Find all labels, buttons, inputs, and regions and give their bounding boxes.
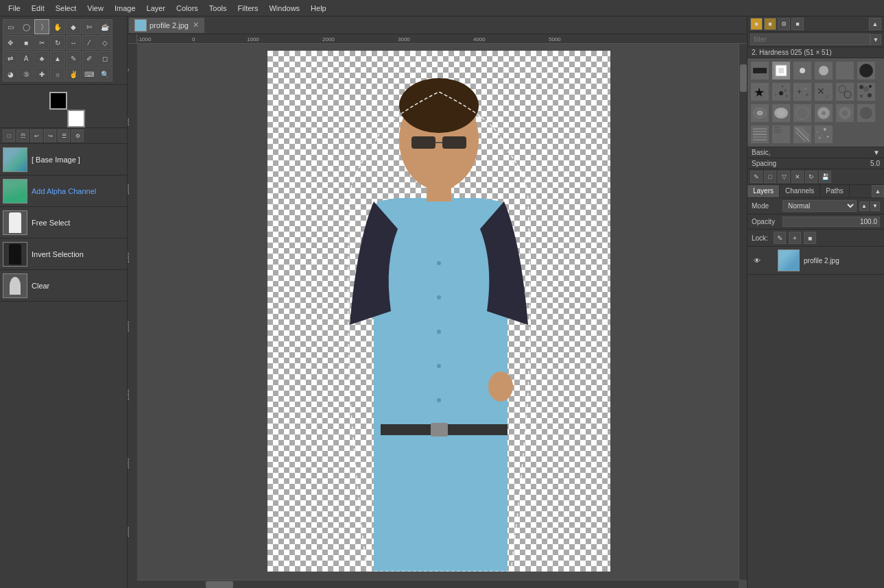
tool-dodge-burn[interactable]: ☼ <box>50 66 65 82</box>
mode-select[interactable]: Normal Multiply Screen Overlay <box>783 200 857 212</box>
brush-preset-texture1[interactable] <box>750 125 769 144</box>
toolbox-layer-5[interactable]: Clear <box>0 270 127 302</box>
tool-eraser[interactable]: ◻ <box>97 51 112 66</box>
tool-heal[interactable]: ✚ <box>34 66 49 82</box>
brush-preset-star[interactable]: ★ <box>750 82 769 101</box>
brush-filter-arrow[interactable]: ▼ <box>870 34 881 45</box>
pattern-btn[interactable]: ☶ <box>16 130 29 142</box>
brush-icon-3[interactable]: ⚙ <box>778 18 790 30</box>
brush-preset-2[interactable] <box>772 61 791 80</box>
tool-shear[interactable]: ∕ <box>82 35 97 50</box>
tool-bucket-fill[interactable]: ♣ <box>34 51 49 66</box>
tool-measure[interactable]: ⌨ <box>82 66 97 82</box>
menu-edit[interactable]: Edit <box>26 3 50 14</box>
config-btn[interactable]: ⚙ <box>71 130 84 142</box>
brush-preset-1[interactable] <box>750 61 769 80</box>
tool-fuzzy-select[interactable]: ✋ <box>50 19 65 34</box>
brush-preset-blob6[interactable] <box>857 103 876 123</box>
canvas-viewport[interactable] <box>137 44 747 588</box>
layers-panel-collapse[interactable]: ▲ <box>872 185 884 197</box>
tool-smudge[interactable]: ✌ <box>66 66 81 82</box>
toolbox-layer-1[interactable]: [ Base Image ] <box>0 144 127 175</box>
tool-scale[interactable]: ↔ <box>66 35 81 50</box>
tool-blend[interactable]: ▲ <box>50 51 65 66</box>
layer-visibility-btn[interactable]: 👁 <box>752 255 763 266</box>
brush-preset-blob1[interactable] <box>750 103 769 123</box>
brush-del-btn[interactable]: ✕ <box>791 171 804 183</box>
new-image-btn[interactable]: □ <box>3 130 15 142</box>
tool-move[interactable]: ✥ <box>3 35 18 50</box>
brush-edit-btn[interactable]: ✎ <box>750 171 763 183</box>
brush-preset-4[interactable] <box>814 61 833 80</box>
tool-foreground-select[interactable]: ☕ <box>97 19 112 34</box>
brush-new-btn[interactable]: □ <box>764 171 776 183</box>
brush-preset-blob5[interactable] <box>835 103 855 123</box>
brush-preset-dot[interactable] <box>772 82 791 101</box>
menu-select[interactable]: Select <box>50 3 82 14</box>
tool-brush[interactable]: ✐ <box>82 51 97 66</box>
brush-icon-4[interactable]: ■ <box>791 18 804 30</box>
tool-select-by-color[interactable]: ◆ <box>66 19 81 34</box>
redo-btn[interactable]: ↪ <box>44 130 56 142</box>
tool-zoom[interactable]: 🔍 <box>97 66 112 82</box>
brush-save-btn[interactable]: 💾 <box>819 171 831 183</box>
bg-color[interactable] <box>67 110 85 127</box>
brush-preset-texture3[interactable] <box>793 125 812 144</box>
tool-flip[interactable]: ⇄ <box>3 51 18 66</box>
brush-preset-5[interactable] <box>835 61 855 80</box>
undo-btn[interactable]: ↩ <box>30 130 43 142</box>
tool-ellipse-select[interactable]: ◯ <box>19 19 34 34</box>
toolbox-layer-3[interactable]: Free Select <box>0 207 127 238</box>
menu-tools[interactable]: Tools <box>204 3 232 14</box>
tool-scissors[interactable]: ✄ <box>82 19 97 34</box>
tool-airbrush[interactable]: ◕ <box>3 66 18 82</box>
brush-preset-texture2[interactable]: ≡ <box>772 125 791 144</box>
mode-prev-btn[interactable]: ▲ <box>859 201 869 211</box>
tool-crop[interactable]: ✂ <box>34 35 49 50</box>
menu-windows[interactable]: Windows <box>263 3 305 14</box>
panel-collapse-btn[interactable]: ▲ <box>869 18 881 30</box>
brush-preset-circle2[interactable] <box>835 82 855 101</box>
tab-close-btn[interactable]: ✕ <box>193 21 199 29</box>
brush-dup-btn[interactable]: ▽ <box>778 171 790 183</box>
layer-panel-item-1[interactable]: 👁 profile 2.jpg <box>748 247 884 275</box>
menu-file[interactable]: File <box>3 3 26 14</box>
tool-perspective[interactable]: ◇ <box>97 35 112 50</box>
lock-position-btn[interactable]: + <box>789 232 801 244</box>
color-swap[interactable] <box>47 89 81 123</box>
image-tab[interactable]: profile 2.jpg ✕ <box>129 18 204 33</box>
toolbox-layer-4[interactable]: Invert Selection <box>0 238 127 270</box>
tool-free-select[interactable]: 〉 <box>34 19 49 34</box>
tool-rect-select[interactable]: ▭ <box>3 19 18 34</box>
tool-text[interactable]: A <box>19 51 34 66</box>
tab-channels[interactable]: Channels <box>780 185 820 197</box>
brush-preset-3[interactable] <box>793 61 812 80</box>
brush-preset-blob2[interactable] <box>772 103 791 123</box>
brush-preset-blob3[interactable] <box>793 103 812 123</box>
scrollbar-h-thumb[interactable] <box>206 581 233 588</box>
brush-preset-dots2[interactable] <box>857 82 876 101</box>
menu-layer[interactable]: Layer <box>141 3 171 14</box>
tool-clone[interactable]: ⑤ <box>19 66 34 82</box>
tool-pencil[interactable]: ✎ <box>66 51 81 66</box>
scrollbar-v[interactable] <box>739 44 747 580</box>
brush-icon-2[interactable]: ■ <box>764 18 776 30</box>
brush-refresh-btn[interactable]: ↻ <box>805 171 817 183</box>
scrollbar-v-thumb[interactable] <box>740 64 747 92</box>
opacity-input[interactable] <box>783 217 880 227</box>
brush-icon-1[interactable]: ■ <box>750 18 763 30</box>
toolbox-layer-2[interactable]: Add Alpha Channel <box>0 175 127 207</box>
lock-pixels-btn[interactable]: ✎ <box>774 232 786 244</box>
brush-preset-blob4[interactable] <box>814 103 833 123</box>
dock-btn[interactable]: ☰ <box>58 130 70 142</box>
mode-next-btn[interactable]: ▼ <box>870 201 880 211</box>
lock-all-btn[interactable]: ■ <box>804 232 816 244</box>
brush-preset-6[interactable] <box>857 61 876 80</box>
menu-colors[interactable]: Colors <box>171 3 204 14</box>
scrollbar-h[interactable] <box>137 580 739 588</box>
menu-image[interactable]: Image <box>109 3 141 14</box>
tool-align[interactable]: ■ <box>19 35 34 50</box>
brush-preset-x[interactable]: ✕ ✕ <box>814 82 833 101</box>
tab-layers[interactable]: Layers <box>748 185 780 197</box>
menu-filters[interactable]: Filters <box>232 3 264 14</box>
